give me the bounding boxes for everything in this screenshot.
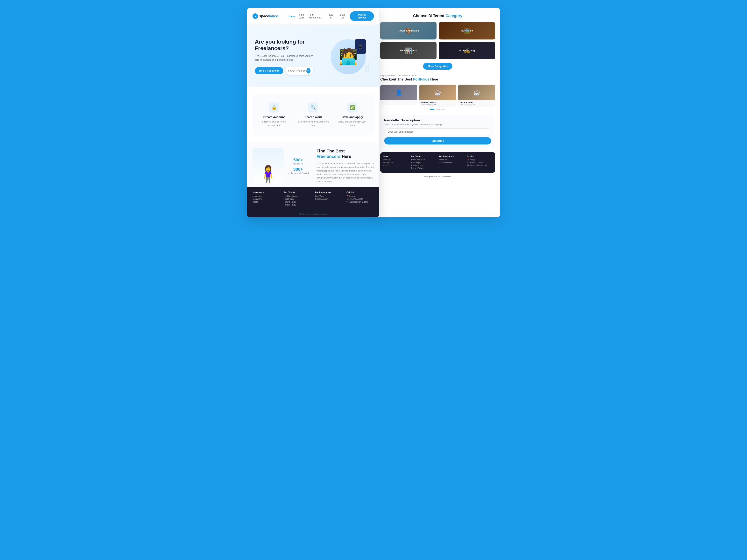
- portfolio-card-1[interactable]: 👤 n →: [380, 85, 417, 107]
- dot-2[interactable]: [436, 109, 440, 110]
- dot-1[interactable]: [430, 109, 434, 110]
- steps-grid: 🔒 Create Account First you have to creat…: [253, 95, 374, 135]
- login-button[interactable]: Log In: [328, 13, 335, 19]
- hero-heading: Are you looking for Freelancers?: [255, 38, 313, 52]
- stat2-label: freelance work Posted: [287, 172, 309, 174]
- carousel-dots: [380, 109, 495, 110]
- find-freelancers-section: 🧍‍♀️ 500+ freelancers 300+ freelance wor…: [247, 142, 379, 187]
- nav-home[interactable]: Home: [288, 15, 295, 18]
- footer-col-clients: For Clients Find Freelancers Post Projec…: [284, 191, 311, 207]
- portfolio-img-3: ☕: [458, 85, 495, 100]
- portfolio-info-2: Bhaskar Tiwari Graphic Designer →: [419, 100, 456, 107]
- portfolio-info-1: n →: [380, 100, 417, 105]
- save-apply-icon: ✅: [347, 103, 357, 113]
- find-heading: Find The BestFreelancers Here: [316, 149, 374, 159]
- post-project-button[interactable]: Post a project: [350, 11, 374, 21]
- footer-col-contact: Call Us 📍 Kenya 📞 +254700000000 ✉ bluela…: [346, 191, 374, 207]
- category-card-cartoon[interactable]: 🎨 Cartoon Animation: [380, 22, 437, 39]
- nav-find-freelancers[interactable]: Find Freelancers: [309, 13, 322, 19]
- footer-link[interactable]: Refund Policy: [284, 201, 311, 203]
- side-footer-link[interactable]: Privacy Policy: [411, 167, 436, 169]
- steps-section: 🔒 Create Account First you have to creat…: [247, 87, 379, 142]
- side-footer-bottom: 2022 Spacelance. All right reserved.: [380, 175, 495, 178]
- side-footer-col-brand: lance marketplace change the ments): [383, 155, 408, 169]
- portfolio-name-2: Bhaskar Tiwari: [421, 101, 455, 104]
- category-card-social[interactable]: 📊 Social graphics: [380, 42, 437, 59]
- newsletter-section: Newsletter Subscription Subscribe to our…: [380, 115, 495, 149]
- portfolios-grid: 👤 n → ☕ Bhaskar Tiwari Graphic Designer …: [380, 85, 495, 107]
- categories-grid: 🎨 Cartoon Animation 🖼️ Illustration 📊 So…: [380, 22, 495, 59]
- footer-link[interactable]: Find Work: [315, 195, 342, 197]
- newsletter-title: Newsletter Subscription: [384, 118, 491, 122]
- signup-button[interactable]: Sign Up: [338, 13, 347, 19]
- portfolio-arrow-1[interactable]: →: [413, 100, 416, 103]
- side-footer-col-freelancers: For Freelancers Find Work Create Account: [439, 155, 464, 169]
- footer-link[interactable]: Privacy Policy: [284, 204, 311, 206]
- footer-email: ✉ bluelance@gmail.com: [346, 201, 374, 203]
- side-footer-col-clients: For Clients Find Freelancers Post Projec…: [411, 155, 436, 169]
- side-footer-link[interactable]: Find Work: [439, 159, 464, 161]
- portfolio-arrow-3[interactable]: →: [491, 102, 493, 105]
- hero-figure: 🧑‍💻: [338, 49, 358, 64]
- footer-col-freelancers: For Freelancers Find Work Create Account: [315, 191, 342, 207]
- step-save-apply: ✅ Save and apply Apply or save and start…: [333, 101, 372, 129]
- find-text: Find The BestFreelancers Here Lorem ipsu…: [316, 149, 374, 183]
- find-image: 🧍‍♀️: [253, 149, 284, 183]
- step1-desc: First you have to create account here: [258, 120, 290, 127]
- step1-title: Create Account: [258, 115, 290, 118]
- footer-link[interactable]: change the: [253, 198, 280, 200]
- find-description: Lorem ipsum dolor sit amet, consectetur …: [316, 162, 374, 183]
- nav-right: Log In Sign Up Post a project: [328, 11, 374, 21]
- side-footer-link[interactable]: Create Account: [439, 161, 464, 163]
- page-wrapper: ● spacelance Home Find work Find Freelan…: [247, 8, 500, 217]
- side-footer-brand: lance: [383, 155, 408, 158]
- subscribe-button[interactable]: Subscribe: [384, 137, 491, 144]
- footer-link[interactable]: Create Account: [315, 198, 342, 200]
- footer-link[interactable]: marketplace: [253, 195, 280, 197]
- stat1-num: 500+: [287, 158, 309, 163]
- side-footer-link[interactable]: marketplace: [383, 159, 408, 161]
- portfolio-arrow-2[interactable]: →: [452, 102, 455, 105]
- find-figure: 🧍‍♀️: [257, 166, 279, 183]
- footer-link[interactable]: ments): [253, 201, 280, 203]
- footer-link[interactable]: Find Freelancers: [284, 195, 311, 197]
- portfolio-name-1: n: [382, 101, 416, 104]
- footer: spacelance marketplace change the ments)…: [247, 187, 379, 217]
- hire-freelancer-button[interactable]: Hire a freelancer: [255, 67, 283, 74]
- categories-title: Choose Different Category: [380, 14, 495, 18]
- stat2-num: 300+: [287, 167, 309, 172]
- portfolio-info-3: Aksara Joshi Graphic Designer →: [458, 100, 495, 107]
- search-input[interactable]: [288, 70, 305, 72]
- logo: ● spacelance: [253, 14, 278, 19]
- cat-overlay: Cartoon Animation: [380, 22, 437, 39]
- nav-find-work[interactable]: Find work: [299, 13, 304, 19]
- email-input[interactable]: [384, 128, 491, 135]
- hero-actions: Hire a freelancer 🔍: [255, 66, 313, 75]
- cat-overlay: Social graphics: [380, 42, 437, 59]
- hero-section: Are you looking for Freelancers? Hire Gr…: [247, 25, 379, 87]
- step2-title: Search work: [298, 115, 329, 118]
- portfolio-img-1: 👤: [380, 85, 417, 100]
- portfolio-card-2[interactable]: ☕ Bhaskar Tiwari Graphic Designer →: [419, 85, 456, 107]
- portfolio-card-3[interactable]: ☕ Aksara Joshi Graphic Designer →: [458, 85, 495, 107]
- newsletter-desc: Subscribe to our newsletter to get new f…: [384, 123, 491, 126]
- footer-link[interactable]: Post Project: [284, 198, 311, 200]
- category-card-article[interactable]: ✍️ Article writing: [439, 42, 495, 59]
- portfolios-title: Checkout The Best Portfolios Here: [380, 77, 495, 81]
- side-footer-col-contact: Call Us 📍 Kenya 📞 +254700000000 ✉ bluela…: [467, 155, 492, 169]
- side-footer-freelancers-heading: For Freelancers: [439, 155, 464, 158]
- dot-3[interactable]: [441, 109, 445, 110]
- side-footer-link[interactable]: Refund Policy: [411, 164, 436, 166]
- search-box: 🔍: [286, 66, 313, 75]
- side-footer-link[interactable]: change the: [383, 161, 408, 163]
- stat-projects: 300+ freelance work Posted: [287, 167, 309, 174]
- logo-text: spacelance: [259, 14, 278, 18]
- nav-links: Home Find work Find Freelancers: [288, 13, 322, 19]
- side-footer-link[interactable]: ments): [383, 164, 408, 166]
- side-footer-link[interactable]: Find Freelancers: [411, 159, 436, 161]
- search-submit-button[interactable]: 🔍: [306, 68, 310, 74]
- stats-box: 500+ freelancers 300+ freelance work Pos…: [287, 158, 309, 174]
- category-card-illustration[interactable]: 🖼️ Illustration: [439, 22, 495, 39]
- side-footer-link[interactable]: Post Project: [411, 161, 436, 163]
- more-categories-button[interactable]: More Categories: [423, 63, 452, 70]
